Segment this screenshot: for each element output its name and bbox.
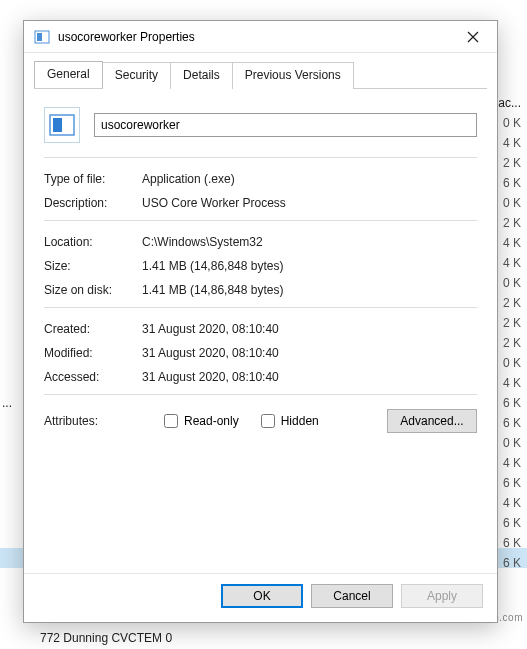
bg-cell: 4 K	[503, 496, 521, 510]
attributes-label: Attributes:	[44, 414, 142, 428]
bg-cell: 6 K	[503, 476, 521, 490]
bg-cell: 4 K	[503, 376, 521, 390]
close-icon	[467, 31, 479, 43]
bg-cell: 0 K	[503, 116, 521, 130]
bg-cell: 4 K	[503, 136, 521, 150]
tab-security[interactable]: Security	[102, 62, 171, 89]
size-on-disk-value: 1.41 MB (14,86,848 bytes)	[142, 283, 283, 297]
separator	[44, 394, 477, 395]
properties-dialog: usocoreworker Properties General Securit…	[23, 20, 498, 623]
hidden-label-text: Hidden	[281, 414, 319, 428]
bg-cell: 2 K	[503, 156, 521, 170]
file-type-icon	[44, 107, 80, 143]
apply-button: Apply	[401, 584, 483, 608]
modified-label: Modified:	[44, 346, 142, 360]
readonly-input[interactable]	[164, 414, 178, 428]
size-on-disk-label: Size on disk:	[44, 283, 142, 297]
bg-cell: 6 K	[503, 396, 521, 410]
bg-bottom-row: 772 Dunning CVCTEM 0	[40, 631, 172, 645]
tab-content-general: Type of file: Application (.exe) Descrip…	[24, 89, 497, 573]
advanced-button[interactable]: Advanced...	[387, 409, 477, 433]
bg-cell: 6 K	[503, 536, 521, 550]
modified-value: 31 August 2020, 08:10:40	[142, 346, 279, 360]
bg-cell: 2 K	[503, 316, 521, 330]
cancel-button[interactable]: Cancel	[311, 584, 393, 608]
tab-details[interactable]: Details	[170, 62, 233, 89]
bg-cell: 6 K	[503, 516, 521, 530]
tab-general[interactable]: General	[34, 61, 103, 88]
accessed-value: 31 August 2020, 08:10:40	[142, 370, 279, 384]
description-value: USO Core Worker Process	[142, 196, 286, 210]
bg-cell: 0 K	[503, 276, 521, 290]
bg-cell: 0 K	[503, 196, 521, 210]
separator	[44, 307, 477, 308]
type-value: Application (.exe)	[142, 172, 235, 186]
ok-button[interactable]: OK	[221, 584, 303, 608]
created-value: 31 August 2020, 08:10:40	[142, 322, 279, 336]
bg-cell: 2 K	[503, 296, 521, 310]
tab-previous-versions[interactable]: Previous Versions	[232, 62, 354, 89]
bg-cell: 2 K	[503, 336, 521, 350]
bg-cell: 4 K	[503, 256, 521, 270]
svg-rect-1	[37, 33, 42, 41]
hidden-input[interactable]	[261, 414, 275, 428]
readonly-checkbox[interactable]: Read-only	[164, 414, 239, 428]
dialog-title: usocoreworker Properties	[58, 30, 453, 44]
created-label: Created:	[44, 322, 142, 336]
app-file-icon	[34, 29, 50, 45]
bg-cell: 0 K	[503, 436, 521, 450]
bg-cell: 4 K	[503, 456, 521, 470]
tab-strip: General Security Details Previous Versio…	[24, 53, 497, 88]
bg-cell: 6 K	[503, 176, 521, 190]
close-button[interactable]	[453, 23, 493, 51]
size-value: 1.41 MB (14,86,848 bytes)	[142, 259, 283, 273]
bg-cell: 6 K	[503, 556, 521, 570]
file-name-input[interactable]	[94, 113, 477, 137]
hidden-checkbox[interactable]: Hidden	[261, 414, 319, 428]
accessed-label: Accessed:	[44, 370, 142, 384]
readonly-label-text: Read-only	[184, 414, 239, 428]
bg-ellipsis: ...	[2, 396, 12, 410]
titlebar: usocoreworker Properties	[24, 21, 497, 53]
location-label: Location:	[44, 235, 142, 249]
bg-cell: 4 K	[503, 236, 521, 250]
bg-column-header: ac...	[498, 96, 521, 110]
separator	[44, 220, 477, 221]
separator	[44, 157, 477, 158]
size-label: Size:	[44, 259, 142, 273]
description-label: Description:	[44, 196, 142, 210]
bg-cell: 0 K	[503, 356, 521, 370]
svg-rect-5	[53, 118, 62, 132]
type-label: Type of file:	[44, 172, 142, 186]
location-value: C:\Windows\System32	[142, 235, 263, 249]
dialog-footer: OK Cancel Apply	[24, 573, 497, 622]
bg-cell: 6 K	[503, 416, 521, 430]
bg-cell: 2 K	[503, 216, 521, 230]
